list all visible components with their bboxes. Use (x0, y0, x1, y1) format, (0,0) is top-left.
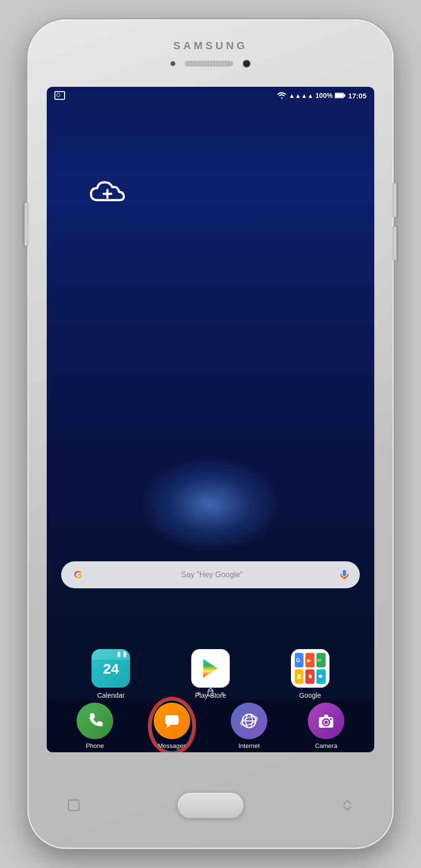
back-button[interactable] (64, 796, 83, 815)
camera-icon (308, 703, 344, 739)
top-sensors (171, 60, 250, 68)
svg-text:G: G (296, 657, 301, 663)
samsung-logo: SAMSUNG (173, 40, 248, 52)
dock: Phone Messages (47, 699, 374, 752)
phone-body: SAMSUNG (27, 19, 394, 849)
svg-rect-2 (343, 94, 345, 96)
signal-icon: ▲▲▲▲ (289, 92, 313, 99)
svg-rect-17 (165, 715, 179, 725)
screen: ▲▲▲▲ 100% 17:05 (47, 87, 374, 752)
wallpaper-light (138, 456, 283, 553)
svg-rect-5 (342, 570, 346, 576)
phone-outer: SAMSUNG (0, 0, 421, 868)
phone-dock-label: Phone (86, 742, 104, 749)
svg-point-14 (308, 675, 311, 678)
app-item-google[interactable]: G ▶ M (291, 649, 329, 699)
calendar-label: Calendar (97, 692, 125, 699)
calendar-date: 24 (103, 662, 119, 676)
sensor-dot (171, 61, 175, 66)
battery-percent: 100% (316, 92, 333, 99)
volume-down-button[interactable] (393, 227, 396, 260)
front-camera-icon (243, 60, 250, 68)
play-store-label: Play Store (195, 692, 226, 699)
messages-dock-label: Messages (158, 742, 186, 749)
svg-point-25 (325, 720, 328, 724)
recent-apps-button[interactable] (338, 796, 357, 815)
power-button[interactable] (25, 203, 28, 246)
time-display: 17:05 (348, 92, 367, 100)
dock-item-camera[interactable]: Camera (308, 703, 344, 749)
google-folder-label: Google (299, 692, 321, 699)
svg-point-12 (298, 674, 301, 677)
google-search-hint: Say "Hey Google" (91, 570, 333, 579)
mic-icon[interactable] (339, 569, 350, 581)
svg-text:▶: ▶ (307, 658, 311, 663)
google-search-bar[interactable]: G Say "Hey Google" (61, 561, 360, 588)
internet-icon (231, 703, 267, 739)
volume-up-button[interactable] (393, 183, 396, 217)
status-left (54, 91, 65, 100)
status-bar: ▲▲▲▲ 100% 17:05 (47, 87, 374, 104)
dock-item-internet[interactable]: Internet (231, 703, 267, 749)
phone-icon (77, 703, 113, 739)
photo-notification-icon (54, 91, 65, 100)
cloud-plus-icon (85, 174, 133, 207)
google-folder-icon: G ▶ M (291, 649, 329, 688)
internet-dock-label: Internet (238, 742, 260, 749)
app-item-calendar[interactable]: 24 Calendar (92, 649, 130, 699)
cloud-widget[interactable] (85, 174, 133, 209)
bottom-bezel (27, 752, 394, 849)
speaker-grill (185, 61, 233, 67)
dock-item-phone[interactable]: Phone (77, 703, 113, 749)
app-item-play-store[interactable]: Play Store (191, 649, 230, 699)
app-grid: 24 Calendar (61, 649, 360, 699)
svg-text:M: M (317, 658, 321, 663)
svg-marker-8 (203, 659, 218, 678)
home-button[interactable] (177, 792, 244, 819)
dock-item-messages[interactable]: Messages (154, 703, 190, 749)
svg-rect-13 (297, 678, 302, 678)
google-g-icon: G (71, 568, 85, 582)
svg-rect-27 (68, 800, 79, 811)
top-bezel: SAMSUNG (27, 19, 394, 87)
wifi-icon (277, 92, 287, 99)
svg-rect-1 (335, 94, 343, 97)
bottom-nav-bar (64, 792, 357, 819)
play-store-icon (191, 649, 230, 688)
calendar-icon: 24 (92, 649, 130, 688)
status-right: ▲▲▲▲ 100% 17:05 (277, 92, 367, 100)
messages-icon (154, 703, 190, 739)
svg-point-26 (330, 718, 332, 720)
battery-icon (335, 92, 345, 99)
svg-text:💬: 💬 (318, 674, 323, 679)
camera-dock-label: Camera (315, 742, 337, 749)
svg-marker-18 (166, 725, 171, 728)
